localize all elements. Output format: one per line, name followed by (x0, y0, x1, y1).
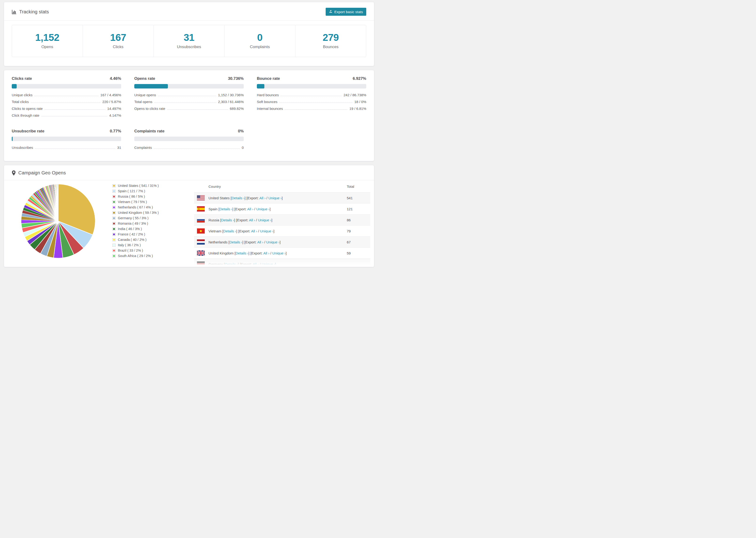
export-unique-link[interactable]: Unique › (268, 196, 282, 200)
legend-swatch (112, 249, 116, 252)
rate-block-unsubscribe-rate: Unsubscribe rate 0.77% Unsubscribes 31 (12, 129, 121, 151)
export-unique-link[interactable]: Unique › (256, 207, 270, 211)
export-unique-link[interactable]: Unique › (272, 251, 286, 255)
rate-block-opens-rate: Opens rate 30.736% Unique opens 1,152 / … (134, 76, 244, 119)
rate-title: Opens rate (134, 76, 155, 81)
geo-table-header: Country Total (194, 181, 370, 192)
rate-row-label: Opens to clicks rate (134, 107, 165, 111)
progress-fill (12, 84, 17, 88)
summary-stat-clicks: 167 Clicks (82, 25, 153, 57)
geo-pie-legend: United States ( 541 / 31% ) Spain ( 121 … (112, 180, 194, 267)
geo-header: Campaign Geo Opens (4, 165, 374, 180)
rate-row-label: Complaints (134, 145, 152, 149)
legend-item-france: France ( 42 / 2% ) (112, 232, 194, 236)
rate-row-unique-clicks: Unique clicks 167 / 4.456% (12, 92, 121, 99)
details-link[interactable]: Details › (236, 251, 248, 255)
rate-row-value: 31 (117, 145, 121, 149)
legend-swatch (112, 222, 116, 225)
export-arrow-icon (329, 10, 333, 14)
rate-row-opens-to-clicks-rate: Opens to clicks rate 689.82% (134, 105, 244, 112)
column-header-total: Total (347, 185, 370, 188)
details-link[interactable]: Details › (225, 262, 238, 266)
details-link[interactable]: Details › (229, 240, 242, 244)
geo-table-row-united-states: United States [Details ›] [Export: All ›… (194, 192, 370, 203)
legend-item-netherlands: Netherlands ( 67 / 4% ) (112, 205, 194, 209)
legend-swatch (112, 233, 116, 236)
export-all-link[interactable]: All › (259, 196, 266, 200)
rate-block-complaints-rate: Complaints rate 0% Complaints 0 (134, 129, 244, 151)
stat-label: Complaints (225, 45, 294, 49)
stat-value: 167 (84, 32, 153, 43)
export-all-link[interactable]: All › (263, 251, 269, 255)
details-link[interactable]: Details › (223, 229, 236, 233)
rate-row-label: Soft bounces (257, 100, 278, 104)
legend-item-germany: Germany ( 55 / 3% ) (112, 216, 194, 220)
export-unique-link[interactable]: Unique › (262, 262, 275, 266)
flag-nl-icon (197, 240, 205, 244)
rate-row-label: Unsubscribes (12, 145, 33, 149)
export-unique-link[interactable]: Unique › (260, 229, 274, 233)
bar-chart-icon (12, 9, 17, 14)
rate-value: 6.927% (352, 76, 366, 81)
rate-value: 4.46% (110, 76, 121, 81)
rates-grid: Clicks rate 4.46% Unique clicks 167 / 4.… (12, 76, 366, 151)
column-header-country: Country (194, 185, 347, 188)
flag-ru-icon (197, 217, 205, 223)
tracking-stats-card: Tracking stats Export basic stats 1,152 … (4, 2, 374, 66)
legend-item-italy: Italy ( 36 / 2% ) (112, 243, 194, 247)
summary-stat-bounces: 279 Bounces (295, 25, 366, 57)
rate-row-unsubscribes: Unsubscribes 31 (12, 144, 121, 151)
details-link[interactable]: Details › (221, 218, 234, 222)
export-unique-link[interactable]: Unique › (258, 218, 271, 222)
export-all-link[interactable]: All › (249, 218, 255, 222)
geo-table-row-spain: Spain [Details ›] [Export: All › / Uniqu… (194, 203, 370, 214)
legend-label: Italy ( 36 / 2% ) (118, 243, 141, 247)
details-link[interactable]: Details › (232, 196, 244, 200)
export-all-link[interactable]: All › (247, 207, 253, 211)
progress-track (12, 136, 121, 141)
stat-label: Bounces (296, 45, 365, 49)
rate-head: Complaints rate 0% (134, 129, 244, 134)
details-link[interactable]: Details › (220, 207, 233, 211)
summary-stat-unsubscribes: 31 Unsubscribes (153, 25, 225, 57)
rate-row-value: 220 / 5.87% (102, 100, 121, 104)
rate-value: 0% (238, 129, 244, 134)
pie-svg (20, 183, 97, 260)
rate-row-label: Unique clicks (12, 93, 32, 97)
rate-value: 0.77% (110, 129, 121, 134)
tracking-stats-title: Tracking stats (12, 9, 49, 15)
export-all-link[interactable]: All › (253, 262, 259, 266)
legend-swatch (112, 200, 116, 203)
stat-value: 1,152 (13, 32, 82, 43)
export-all-link[interactable]: All › (251, 229, 257, 233)
legend-item-romania: Romania ( 49 / 3% ) (112, 222, 194, 225)
rate-block-clicks-rate: Clicks rate 4.46% Unique clicks 167 / 4.… (12, 76, 121, 119)
summary-stat-opens: 1,152 Opens (12, 25, 82, 57)
rate-row-value: 242 / 86.738% (344, 93, 366, 97)
stat-label: Unsubscribes (155, 45, 224, 49)
dotted-leader (35, 148, 115, 149)
rate-block-bounce-rate: Bounce rate 6.927% Hard bounces 242 / 86… (257, 76, 366, 119)
rate-row-value: 4.147% (109, 113, 121, 117)
export-all-link[interactable]: All › (257, 240, 263, 244)
legend-swatch (112, 228, 116, 231)
export-basic-stats-button[interactable]: Export basic stats (326, 8, 366, 16)
geo-table-rows: United States [Details ›] [Export: All ›… (194, 192, 370, 267)
export-button-label: Export basic stats (334, 10, 363, 14)
rate-row-label: Unique opens (134, 93, 156, 97)
dotted-leader (167, 109, 228, 110)
rate-row-clicks-to-opens-rate: Clicks to opens rate 14.497% (12, 105, 121, 112)
flag-es-icon (197, 206, 205, 211)
export-unique-link[interactable]: Unique › (266, 240, 280, 244)
country-cell: Netherlands [Details ›] [Export: All › /… (208, 240, 347, 244)
progress-track (134, 136, 244, 141)
flag-us-icon (197, 195, 205, 200)
geo-table-row-russia: Russia [Details ›] [Export: All › / Uniq… (194, 214, 370, 225)
rate-row-value: 14.497% (107, 107, 121, 111)
rate-row-value: 2,303 / 61.446% (218, 100, 244, 104)
flag-gb-icon (197, 250, 205, 256)
legend-item-spain: Spain ( 121 / 7% ) (112, 189, 194, 193)
rate-row-value: 167 / 4.456% (100, 93, 121, 97)
legend-swatch (112, 190, 116, 193)
country-total: 121 (347, 207, 370, 211)
